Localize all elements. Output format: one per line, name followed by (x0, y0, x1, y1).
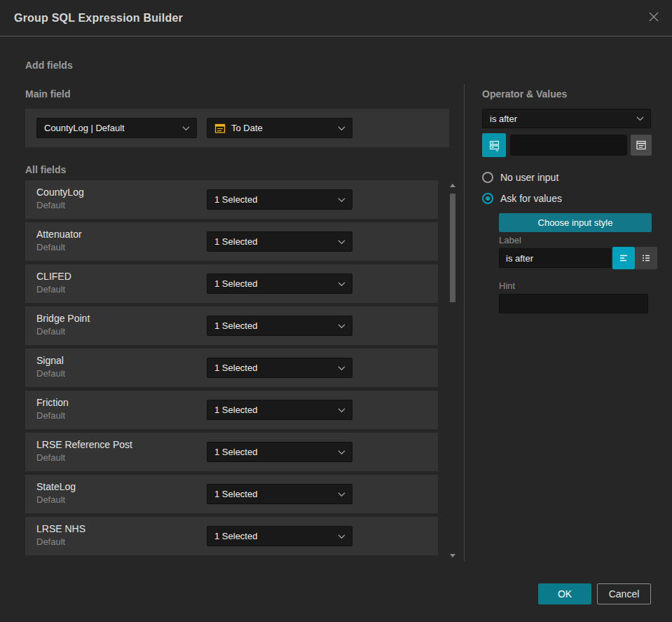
list-icon (640, 252, 652, 264)
date-picker-button[interactable] (631, 135, 652, 156)
chevron-down-icon (338, 365, 345, 370)
all-fields-list: CountyLog Default 1 Selected Attenuator … (25, 180, 438, 559)
single-line-input-style-button[interactable] (612, 247, 635, 269)
calendar-icon (636, 140, 647, 151)
field-selected-dropdown[interactable]: 1 Selected (207, 484, 352, 504)
field-row: LRSE NHS Default 1 Selected (25, 517, 438, 555)
radio-circle[interactable] (482, 172, 493, 183)
selected-count-label: 1 Selected (214, 489, 257, 499)
operator-dropdown-value: is after (490, 114, 517, 124)
selected-count-label: 1 Selected (214, 320, 257, 331)
field-selected-dropdown[interactable]: 1 Selected (207, 442, 352, 462)
radio-ask-for-values-label: Ask for values (500, 193, 562, 204)
chevron-down-icon (338, 449, 345, 454)
chevron-down-icon (338, 197, 345, 202)
chevron-down-icon (636, 116, 644, 121)
hint-input[interactable] (499, 294, 648, 313)
field-selected-dropdown[interactable]: 1 Selected (207, 189, 352, 210)
selected-count-label: 1 Selected (214, 447, 257, 457)
hint-caption: Hint (499, 280, 515, 291)
chevron-down-icon (338, 492, 345, 496)
cancel-button[interactable]: Cancel (597, 583, 651, 604)
align-left-icon (618, 252, 629, 264)
field-selected-dropdown[interactable]: 1 Selected (207, 231, 352, 252)
chevron-down-icon (338, 534, 345, 539)
field-selected-dropdown[interactable]: 1 Selected (207, 400, 352, 420)
dialog-title: Group SQL Expression Builder (14, 0, 183, 36)
field-row: Attenuator Default 1 Selected (25, 222, 438, 261)
selected-count-label: 1 Selected (214, 405, 257, 415)
field-row: CountyLog Default 1 Selected (25, 180, 438, 219)
choose-input-style-button[interactable]: Choose input style (499, 213, 652, 232)
calendar-icon (214, 123, 226, 134)
label-caption: Label (499, 235, 521, 245)
field-selected-dropdown[interactable]: 1 Selected (207, 316, 352, 336)
scrollbar-thumb[interactable] (450, 194, 455, 302)
selected-count-label: 1 Selected (214, 531, 257, 541)
close-button[interactable] (645, 10, 662, 27)
chevron-down-icon (338, 323, 345, 328)
field-row: Friction Default 1 Selected (25, 391, 438, 429)
value-input[interactable] (510, 135, 627, 156)
list-input-style-button[interactable] (635, 247, 657, 269)
selected-count-label: 1 Selected (214, 278, 257, 289)
operator-values-heading: Operator & Values (482, 88, 567, 100)
selected-count-label: 1 Selected (214, 363, 257, 373)
scroll-down-icon[interactable] (450, 554, 455, 557)
field-row: CLIFED Default 1 Selected (25, 264, 438, 303)
selected-count-label: 1 Selected (214, 194, 257, 205)
chevron-down-icon (338, 407, 345, 412)
scroll-up-icon[interactable] (450, 184, 455, 187)
chevron-down-icon (338, 239, 345, 244)
label-input[interactable] (499, 248, 611, 268)
main-field-dropdown[interactable]: CountyLog | Default (36, 118, 197, 138)
main-field-dropdown-value: CountyLog | Default (44, 123, 125, 133)
operator-dropdown[interactable]: is after (482, 109, 651, 128)
radio-ask-for-values[interactable]: Ask for values (482, 193, 562, 204)
list-scrollbar[interactable] (448, 180, 457, 561)
chevron-down-icon (338, 281, 345, 286)
field-stack-icon (488, 140, 500, 151)
radio-circle[interactable] (482, 193, 493, 204)
dialog-header: Group SQL Expression Builder (0, 0, 672, 36)
value-source-button[interactable] (482, 133, 506, 157)
field-row: LRSE Reference Post Default 1 Selected (25, 433, 438, 471)
ok-button[interactable]: OK (538, 583, 591, 604)
radio-no-user-input-label: No user input (500, 172, 558, 183)
close-icon (648, 11, 659, 25)
chevron-down-icon (338, 126, 345, 130)
group-sql-expression-builder-dialog: Group SQL Expression Builder Add fields … (0, 0, 672, 622)
radio-no-user-input[interactable]: No user input (482, 172, 558, 183)
field-selected-dropdown[interactable]: 1 Selected (207, 358, 352, 378)
selected-count-label: 1 Selected (214, 236, 257, 247)
field-row: StateLog Default 1 Selected (25, 475, 438, 513)
date-field-dropdown[interactable]: To Date (207, 118, 352, 138)
add-fields-heading: Add fields (25, 60, 73, 71)
panel-divider (464, 84, 465, 561)
field-selected-dropdown[interactable]: 1 Selected (207, 526, 352, 546)
main-field-heading: Main field (25, 88, 71, 100)
date-field-dropdown-value: To Date (231, 123, 263, 133)
field-row: Signal Default 1 Selected (25, 349, 438, 387)
field-selected-dropdown[interactable]: 1 Selected (207, 273, 352, 294)
main-field-panel: CountyLog | Default To Date (25, 109, 449, 147)
all-fields-heading: All fields (25, 164, 66, 175)
chevron-down-icon (182, 126, 190, 130)
field-row: Bridge Point Default 1 Selected (25, 306, 438, 345)
